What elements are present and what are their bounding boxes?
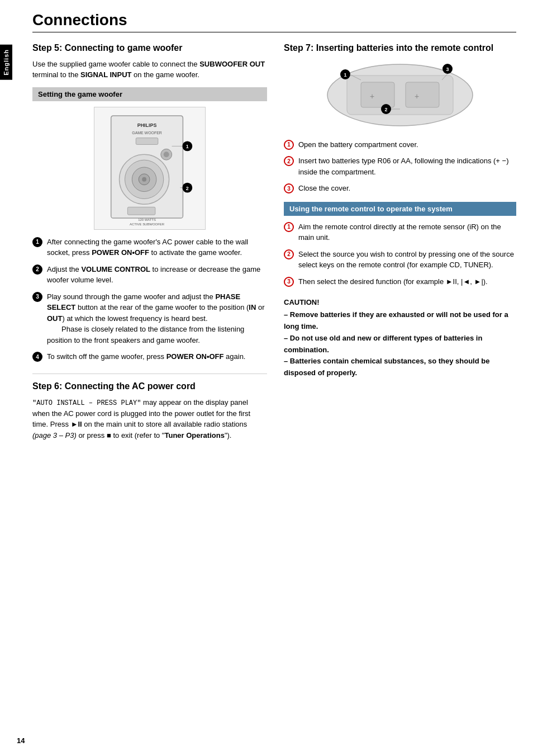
step7-num-2: 2 — [284, 156, 294, 166]
step7-section: Step 7: Inserting batteries into the rem… — [284, 42, 516, 379]
svg-text:1: 1 — [344, 72, 346, 78]
svg-text:+: + — [370, 92, 374, 101]
main-content: Connections Step 5: Connecting to game w… — [32, 11, 516, 447]
step5-item-2: 2 Adjust the VOLUME CONTROL to increase … — [32, 264, 267, 286]
step5-section: Step 5: Connecting to game woofer Use th… — [32, 42, 267, 362]
step5-text-4: To switch off the game woofer, press POW… — [47, 351, 267, 362]
step5-text-1: After connecting the game woofer's AC po… — [47, 237, 267, 258]
svg-rect-22 — [361, 82, 394, 107]
step7-text-1: Open the battery compartment cover. — [298, 139, 516, 150]
step5-heading: Step 5: Connecting to game woofer — [32, 42, 267, 54]
step7-item-1: 1 Open the battery compartment cover. — [284, 139, 516, 150]
step6-body: "AUTO INSTALL – PRESS PLAY" may appear o… — [32, 397, 267, 441]
step5-num-3: 3 — [32, 292, 42, 302]
step5-label: Step 5: — [32, 43, 62, 53]
step5-item-3: 3 Play sound through the game woofer and… — [32, 291, 267, 346]
step6-label: Step 6: — [32, 381, 62, 391]
step6-section: Step 6: Connecting the AC power cord "AU… — [32, 374, 267, 441]
svg-rect-11 — [127, 207, 155, 215]
step5-item-4: 4 To switch off the game woofer, press P… — [32, 351, 267, 362]
step7-remote-text-1: Aim the remote control directly at the r… — [298, 221, 516, 243]
step7-title: Inserting batteries into the remote cont… — [316, 43, 493, 53]
step7-item-3: 3 Close the cover. — [284, 183, 516, 194]
blue-section-header: Using the remote control to operate the … — [284, 202, 516, 216]
svg-point-5 — [164, 152, 169, 157]
svg-text:120 WATTS: 120 WATTS — [138, 218, 156, 221]
caution-text: – Remove batteries if they are exhausted… — [284, 309, 516, 379]
svg-text:1: 1 — [186, 144, 189, 149]
svg-text:PHILIPS: PHILIPS — [137, 122, 157, 128]
remote-control-image: + + 1 2 3 — [313, 59, 487, 131]
step7-remote-item-2: 2 Select the source you wish to control … — [284, 249, 516, 271]
step7-item-2: 2 Insert two batteries type R06 or AA, f… — [284, 155, 516, 177]
step7-text-3: Close the cover. — [298, 183, 516, 194]
step7-heading: Step 7: Inserting batteries into the rem… — [284, 42, 516, 54]
svg-rect-23 — [406, 82, 439, 107]
page-title: Connections — [32, 11, 516, 32]
svg-text:ACTIVE SUBWOOFER: ACTIVE SUBWOOFER — [130, 223, 165, 226]
step6-title: Connecting the AC power cord — [65, 381, 196, 391]
step6-heading: Step 6: Connecting the AC power cord — [32, 381, 267, 393]
step7-text-2: Insert two batteries type R06 or AA, fol… — [298, 155, 516, 177]
step7-remote-text-2: Select the source you wish to control by… — [298, 249, 516, 271]
step7-num-1: 1 — [284, 140, 294, 150]
left-column: Step 5: Connecting to game woofer Use th… — [32, 42, 267, 447]
step7-num-3: 3 — [284, 183, 294, 193]
step5-list: 1 After connecting the game woofer's AC … — [32, 237, 267, 362]
svg-text:+: + — [415, 92, 419, 101]
step7-remote-num-1: 1 — [284, 222, 294, 232]
page-number: 14 — [17, 736, 25, 745]
step7-remote-item-3: 3 Then select the desired function (for … — [284, 276, 516, 287]
svg-text:2: 2 — [186, 185, 189, 191]
step7-label: Step 7: — [284, 43, 313, 53]
caution-title: CAUTION! — [284, 298, 516, 306]
step5-num-1: 1 — [32, 237, 42, 247]
gray-section-header: Setting the game woofer — [32, 87, 267, 101]
step5-num-2: 2 — [32, 264, 42, 275]
step5-intro: Use the supplied game woofer cable to co… — [32, 59, 267, 81]
side-tab: English — [0, 45, 12, 80]
step5-title: Connecting to game woofer — [65, 43, 183, 53]
right-column: Step 7: Inserting batteries into the rem… — [284, 42, 516, 447]
svg-text:3: 3 — [446, 67, 449, 72]
svg-rect-3 — [136, 138, 158, 144]
two-column-layout: Step 5: Connecting to game woofer Use th… — [32, 42, 516, 447]
step5-num-4: 4 — [32, 352, 42, 362]
step5-text-2: Adjust the VOLUME CONTROL to increase or… — [47, 264, 267, 286]
game-woofer-image: PHILIPS GAME WOOFER — [94, 107, 206, 230]
page: English Connections Step 5: Connecting t… — [0, 0, 533, 756]
step7-remote-item-1: 1 Aim the remote control directly at the… — [284, 221, 516, 243]
caution-section: CAUTION! – Remove batteries if they are … — [284, 298, 516, 379]
step7-battery-list: 1 Open the battery compartment cover. 2 … — [284, 139, 516, 194]
svg-point-10 — [142, 177, 146, 182]
step5-text-3: Play sound through the game woofer and a… — [47, 291, 267, 346]
step5-item-1: 1 After connecting the game woofer's AC … — [32, 237, 267, 258]
step7-remote-text-3: Then select the desired function (for ex… — [298, 276, 516, 287]
step7-remote-num-3: 3 — [284, 277, 294, 287]
step7-remote-num-2: 2 — [284, 249, 294, 259]
svg-text:GAME WOOFER: GAME WOOFER — [132, 130, 161, 134]
svg-text:2: 2 — [384, 107, 387, 112]
step7-remote-list: 1 Aim the remote control directly at the… — [284, 221, 516, 287]
